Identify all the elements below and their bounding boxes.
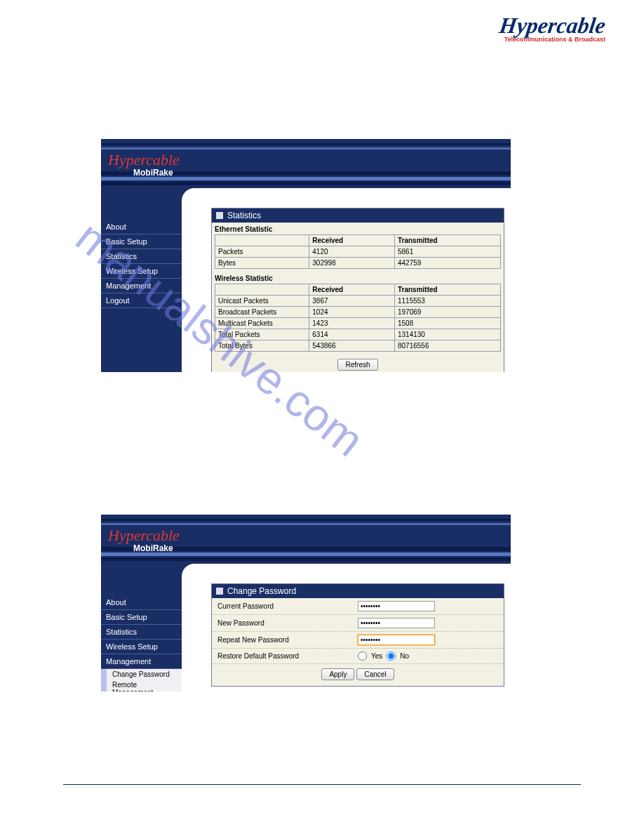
table-row: Bytes 302998 442759 bbox=[215, 258, 501, 269]
input-current-password[interactable] bbox=[358, 601, 435, 611]
logo-script: Hypercable bbox=[108, 527, 180, 545]
panel-title: Statistics bbox=[212, 208, 504, 223]
nav-about[interactable]: About bbox=[101, 220, 182, 234]
nav-basic-setup[interactable]: Basic Setup bbox=[101, 610, 182, 625]
screenshot-statistics: Hypercable MobiRake About Basic Setup St… bbox=[101, 139, 511, 372]
table-row: Multicast Packets14231508 bbox=[215, 318, 501, 329]
panel-title: Change Password bbox=[212, 584, 504, 598]
cell: 4120 bbox=[309, 246, 395, 258]
subnav-change-password[interactable]: Change Password bbox=[101, 669, 182, 680]
cancel-button[interactable]: Cancel bbox=[356, 668, 394, 680]
cell: 1508 bbox=[394, 318, 500, 329]
app-logo: Hypercable MobiRake bbox=[108, 527, 180, 553]
row-repeat-password: Repeat New Password bbox=[212, 632, 504, 649]
sidebar-nav: About Basic Setup Statistics Wireless Se… bbox=[101, 220, 182, 308]
label-no: No bbox=[400, 652, 409, 660]
cell: 442759 bbox=[394, 258, 500, 269]
ethernet-label: Ethernet Statistic bbox=[212, 223, 504, 234]
cell: Multicast Packets bbox=[215, 318, 309, 329]
input-repeat-password[interactable] bbox=[358, 635, 435, 645]
cell: 543866 bbox=[309, 340, 395, 352]
refresh-button[interactable]: Refresh bbox=[337, 359, 377, 371]
statistics-panel: Statistics Ethernet Statistic Received T… bbox=[211, 208, 504, 372]
cell: Unicast Packets bbox=[215, 296, 309, 307]
panel-icon bbox=[216, 588, 223, 595]
label-new-password: New Password bbox=[217, 619, 358, 627]
wl-col-transmitted: Transmitted bbox=[394, 284, 500, 296]
cell: Bytes bbox=[215, 258, 309, 269]
panel-title-text: Statistics bbox=[227, 211, 261, 220]
subnav-remote-management[interactable]: Remote Management bbox=[101, 680, 182, 691]
content-area: Statistics Ethernet Statistic Received T… bbox=[182, 188, 511, 372]
table-row: Unicast Packets38671115553 bbox=[215, 296, 501, 307]
row-current-password: Current Password bbox=[212, 598, 504, 615]
radio-no[interactable] bbox=[387, 651, 396, 661]
cell: 6314 bbox=[309, 329, 395, 340]
app-banner: Hypercable MobiRake bbox=[101, 139, 511, 188]
button-row: Apply Cancel bbox=[212, 664, 504, 686]
page-header-logo: Hypercable Telecommunications & Broadcas… bbox=[499, 13, 605, 43]
nav-basic-setup[interactable]: Basic Setup bbox=[101, 234, 182, 249]
row-restore-default: Restore Default Password Yes No bbox=[212, 649, 504, 664]
nav-wireless-setup[interactable]: Wireless Setup bbox=[101, 264, 182, 279]
wireless-table: Received Transmitted Unicast Packets3867… bbox=[215, 284, 501, 352]
label-current-password: Current Password bbox=[217, 602, 358, 610]
wireless-label: Wireless Statistic bbox=[212, 272, 504, 284]
table-row: Packets 4120 5861 bbox=[215, 246, 501, 258]
cell: 302998 bbox=[309, 258, 395, 269]
label-yes: Yes bbox=[371, 652, 382, 660]
panel-icon bbox=[216, 212, 223, 219]
cell: Total Bytes bbox=[215, 340, 309, 352]
cell: 3867 bbox=[309, 296, 395, 307]
app-banner: Hypercable MobiRake bbox=[101, 515, 511, 564]
eth-col-received: Received bbox=[309, 235, 395, 246]
cell: 1423 bbox=[309, 318, 395, 329]
cell: 1024 bbox=[309, 307, 395, 318]
nav-management[interactable]: Management bbox=[101, 279, 182, 293]
app-logo: Hypercable MobiRake bbox=[108, 151, 180, 178]
logo-script: Hypercable bbox=[497, 13, 607, 39]
cell: 1115553 bbox=[394, 296, 500, 307]
cell: Total Packets bbox=[215, 329, 309, 340]
cell: Broadcast Packets bbox=[215, 307, 309, 318]
cell: 197069 bbox=[394, 307, 500, 318]
label-restore-default: Restore Default Password bbox=[217, 652, 358, 660]
table-row: Broadcast Packets1024197069 bbox=[215, 307, 501, 318]
radio-yes[interactable] bbox=[358, 651, 367, 661]
nav-statistics[interactable]: Statistics bbox=[101, 249, 182, 264]
nav-management[interactable]: Management bbox=[101, 654, 182, 669]
input-new-password[interactable] bbox=[358, 618, 435, 628]
panel-title-text: Change Password bbox=[227, 586, 296, 596]
cell: 5861 bbox=[394, 246, 500, 258]
cell: 1314130 bbox=[394, 329, 500, 340]
logo-product: MobiRake bbox=[133, 168, 180, 178]
nav-about[interactable]: About bbox=[101, 595, 182, 610]
ethernet-table: Received Transmitted Packets 4120 5861 B… bbox=[215, 234, 501, 269]
content-area: Change Password Current Password New Pas… bbox=[182, 564, 511, 691]
apply-button[interactable]: Apply bbox=[321, 668, 354, 680]
row-new-password: New Password bbox=[212, 615, 504, 632]
change-password-panel: Change Password Current Password New Pas… bbox=[211, 583, 504, 687]
wl-col-received: Received bbox=[309, 284, 395, 296]
nav-logout[interactable]: Logout bbox=[101, 293, 182, 308]
label-repeat-password: Repeat New Password bbox=[217, 636, 358, 644]
button-row: Refresh bbox=[212, 355, 504, 372]
cell: Packets bbox=[215, 246, 309, 258]
footer-rule bbox=[63, 784, 581, 785]
logo-script: Hypercable bbox=[108, 151, 180, 169]
table-row: Total Bytes54386680716556 bbox=[215, 340, 501, 352]
logo-product: MobiRake bbox=[133, 543, 180, 553]
eth-col0 bbox=[215, 235, 309, 246]
nav-statistics[interactable]: Statistics bbox=[101, 625, 182, 640]
cell: 80716556 bbox=[394, 340, 500, 352]
sidebar-nav: About Basic Setup Statistics Wireless Se… bbox=[101, 595, 182, 691]
eth-col-transmitted: Transmitted bbox=[394, 235, 500, 246]
screenshot-change-password: Hypercable MobiRake About Basic Setup St… bbox=[101, 515, 511, 691]
nav-wireless-setup[interactable]: Wireless Setup bbox=[101, 640, 182, 654]
table-row: Total Packets63141314130 bbox=[215, 329, 501, 340]
wl-col0 bbox=[215, 284, 309, 296]
